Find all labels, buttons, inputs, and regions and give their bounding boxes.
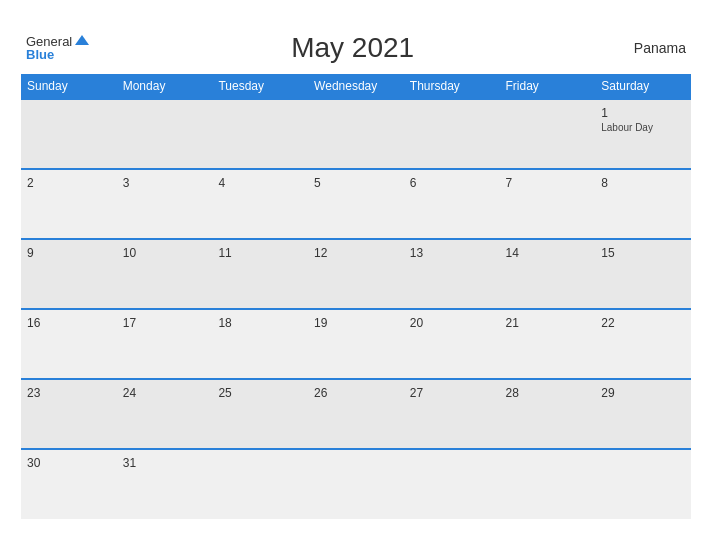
holiday-label: Labour Day	[601, 122, 685, 133]
day-number: 27	[410, 386, 494, 400]
day-number: 9	[27, 246, 111, 260]
calendar-body: 1Labour Day23456789101112131415161718192…	[21, 99, 691, 519]
weekday-sunday: Sunday	[21, 74, 117, 99]
calendar-cell	[308, 449, 404, 519]
day-number: 13	[410, 246, 494, 260]
calendar-cell: 23	[21, 379, 117, 449]
calendar-cell	[500, 449, 596, 519]
calendar-cell: 2	[21, 169, 117, 239]
calendar-cell: 9	[21, 239, 117, 309]
calendar-cell	[212, 99, 308, 169]
logo-blue-text: Blue	[26, 48, 89, 61]
weekday-monday: Monday	[117, 74, 213, 99]
day-number: 10	[123, 246, 207, 260]
day-number: 24	[123, 386, 207, 400]
calendar-cell	[404, 99, 500, 169]
day-number: 30	[27, 456, 111, 470]
calendar-cell: 5	[308, 169, 404, 239]
day-number: 25	[218, 386, 302, 400]
logo-general-text: General	[26, 35, 89, 48]
calendar-container: General Blue May 2021 Panama Sunday Mond…	[11, 22, 701, 529]
calendar-cell: 27	[404, 379, 500, 449]
day-number: 3	[123, 176, 207, 190]
calendar-cell: 24	[117, 379, 213, 449]
calendar-cell	[595, 449, 691, 519]
calendar-cell: 15	[595, 239, 691, 309]
weekday-friday: Friday	[500, 74, 596, 99]
calendar-cell	[404, 449, 500, 519]
day-number: 11	[218, 246, 302, 260]
calendar-cell: 4	[212, 169, 308, 239]
calendar-cell: 3	[117, 169, 213, 239]
calendar-cell: 10	[117, 239, 213, 309]
day-number: 20	[410, 316, 494, 330]
calendar-table: Sunday Monday Tuesday Wednesday Thursday…	[21, 74, 691, 519]
calendar-header: General Blue May 2021 Panama	[21, 32, 691, 64]
day-number: 12	[314, 246, 398, 260]
calendar-title: May 2021	[89, 32, 616, 64]
logo: General Blue	[26, 35, 89, 61]
calendar-cell	[21, 99, 117, 169]
calendar-cell: 25	[212, 379, 308, 449]
country-label: Panama	[616, 40, 686, 56]
calendar-cell: 1Labour Day	[595, 99, 691, 169]
day-number: 5	[314, 176, 398, 190]
day-number: 14	[506, 246, 590, 260]
day-number: 21	[506, 316, 590, 330]
day-number: 26	[314, 386, 398, 400]
calendar-cell: 7	[500, 169, 596, 239]
calendar-cell	[500, 99, 596, 169]
day-number: 15	[601, 246, 685, 260]
weekday-tuesday: Tuesday	[212, 74, 308, 99]
calendar-cell: 16	[21, 309, 117, 379]
calendar-cell: 17	[117, 309, 213, 379]
day-number: 31	[123, 456, 207, 470]
calendar-cell: 20	[404, 309, 500, 379]
weekday-saturday: Saturday	[595, 74, 691, 99]
calendar-header-row: Sunday Monday Tuesday Wednesday Thursday…	[21, 74, 691, 99]
day-number: 23	[27, 386, 111, 400]
calendar-cell: 18	[212, 309, 308, 379]
calendar-cell: 11	[212, 239, 308, 309]
calendar-cell: 6	[404, 169, 500, 239]
calendar-cell	[117, 99, 213, 169]
day-number: 18	[218, 316, 302, 330]
calendar-cell: 8	[595, 169, 691, 239]
day-number: 4	[218, 176, 302, 190]
calendar-cell: 13	[404, 239, 500, 309]
calendar-cell: 21	[500, 309, 596, 379]
day-number: 7	[506, 176, 590, 190]
day-number: 8	[601, 176, 685, 190]
day-number: 16	[27, 316, 111, 330]
calendar-cell: 12	[308, 239, 404, 309]
day-number: 2	[27, 176, 111, 190]
calendar-cell: 26	[308, 379, 404, 449]
calendar-cell: 19	[308, 309, 404, 379]
calendar-cell: 22	[595, 309, 691, 379]
day-number: 17	[123, 316, 207, 330]
day-number: 6	[410, 176, 494, 190]
calendar-cell: 14	[500, 239, 596, 309]
day-number: 19	[314, 316, 398, 330]
weekday-wednesday: Wednesday	[308, 74, 404, 99]
calendar-cell: 28	[500, 379, 596, 449]
day-number: 29	[601, 386, 685, 400]
calendar-cell: 30	[21, 449, 117, 519]
day-number: 28	[506, 386, 590, 400]
day-number: 1	[601, 106, 685, 120]
day-number: 22	[601, 316, 685, 330]
logo-triangle-icon	[75, 35, 89, 45]
weekday-thursday: Thursday	[404, 74, 500, 99]
calendar-cell: 31	[117, 449, 213, 519]
calendar-cell	[212, 449, 308, 519]
calendar-cell: 29	[595, 379, 691, 449]
calendar-cell	[308, 99, 404, 169]
